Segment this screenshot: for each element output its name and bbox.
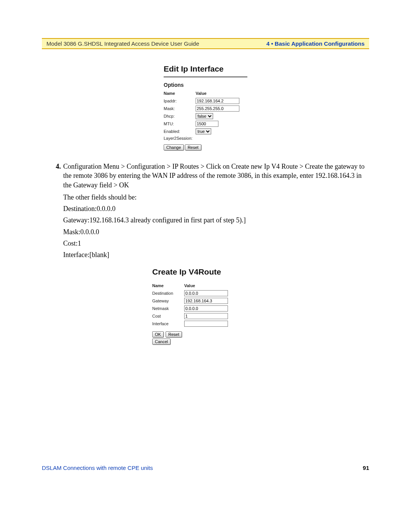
reset-button[interactable]: Reset bbox=[185, 144, 201, 150]
create-route-panel: Create Ip V4Route Name Value Destination… bbox=[152, 267, 259, 346]
enabled-label: Enabled: bbox=[164, 128, 196, 135]
interface-input[interactable] bbox=[184, 321, 228, 327]
step-number: 4. bbox=[49, 162, 63, 190]
mask-input[interactable] bbox=[196, 105, 239, 112]
header-left-text: Model 3086 G.SHDSL Integrated Access Dev… bbox=[46, 40, 199, 47]
col-value: Value bbox=[196, 90, 247, 97]
col-name: Name bbox=[152, 283, 184, 289]
ok-button[interactable]: OK bbox=[152, 331, 164, 337]
dhcp-select[interactable]: false bbox=[196, 113, 213, 119]
dhcp-label: Dhcp: bbox=[164, 112, 196, 120]
cost-label: Cost bbox=[152, 312, 184, 320]
para-destination: Destination:0.0.0.0 bbox=[63, 204, 369, 213]
destination-input[interactable] bbox=[184, 290, 228, 296]
col-value: Value bbox=[184, 283, 259, 289]
para-mask: Mask:0.0.0.0 bbox=[63, 227, 369, 236]
change-button[interactable]: Change bbox=[164, 144, 184, 150]
cancel-button[interactable]: Cancel bbox=[152, 339, 170, 345]
mtu-input[interactable] bbox=[196, 121, 218, 127]
destination-label: Destination bbox=[152, 289, 184, 297]
edit-ip-table: Name Value Ipaddr: Mask: Dhcp: false MTU… bbox=[164, 90, 247, 141]
para-cost: Cost:1 bbox=[63, 239, 369, 248]
interface-label: Interface bbox=[152, 320, 184, 328]
para-other-fields: The other fields should be: bbox=[63, 193, 369, 202]
mask-label: Mask: bbox=[164, 105, 196, 112]
mtu-label: MTU: bbox=[164, 120, 196, 128]
step-text: Configuration Menu > Configuration > IP … bbox=[63, 162, 369, 190]
col-name: Name bbox=[164, 90, 196, 97]
create-route-title: Create Ip V4Route bbox=[152, 267, 259, 276]
gateway-label: Gateway bbox=[152, 297, 184, 305]
netmask-input[interactable] bbox=[184, 305, 228, 312]
para-interface: Interface:[blank] bbox=[63, 250, 369, 259]
header-right-text: 4 • Basic Application Configurations bbox=[266, 40, 365, 47]
layer2session-label: Layer2Session: bbox=[164, 135, 247, 141]
edit-ip-interface-panel: Edit Ip Interface Options Name Value Ipa… bbox=[164, 64, 247, 150]
para-gateway: Gateway:192.168.164.3 already configured… bbox=[63, 216, 369, 225]
ipaddr-label: Ipaddr: bbox=[164, 97, 196, 105]
gateway-input[interactable] bbox=[184, 298, 228, 304]
body-text: 4. Configuration Menu > Configuration > … bbox=[49, 162, 369, 260]
ipaddr-input[interactable] bbox=[196, 98, 239, 104]
page-header: Model 3086 G.SHDSL Integrated Access Dev… bbox=[42, 38, 369, 49]
enabled-select[interactable]: true bbox=[196, 128, 211, 134]
reset-button[interactable]: Reset bbox=[166, 331, 182, 337]
page-footer: DSLAM Connections with remote CPE units … bbox=[42, 465, 369, 471]
cost-input[interactable] bbox=[184, 313, 228, 319]
footer-left: DSLAM Connections with remote CPE units bbox=[42, 465, 153, 471]
edit-ip-title: Edit Ip Interface bbox=[164, 64, 247, 77]
create-route-table: Name Value Destination Gateway Netmask C… bbox=[152, 283, 259, 328]
netmask-label: Netmask bbox=[152, 305, 184, 312]
page-number: 91 bbox=[363, 465, 369, 471]
edit-ip-subtitle: Options bbox=[164, 82, 247, 88]
